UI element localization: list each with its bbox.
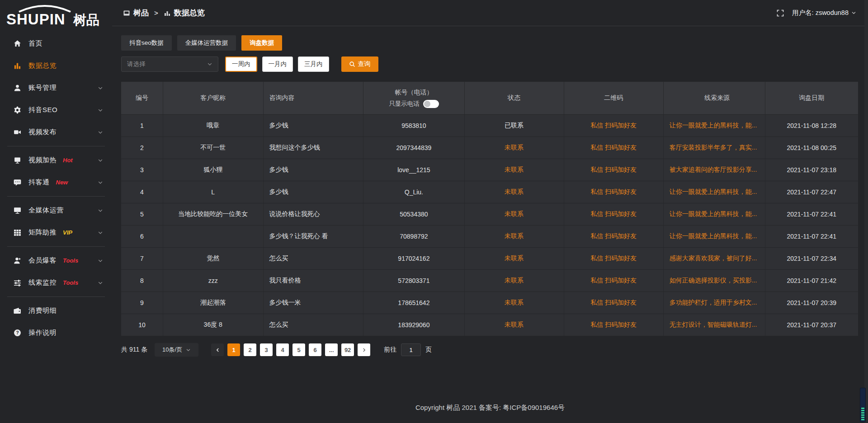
page-button-3[interactable]: 3 [260, 343, 273, 356]
sidebar-item-label: 操作说明 [28, 329, 57, 337]
cell-source[interactable]: 如何正确选择投影仪，买投影... [664, 270, 765, 291]
cell-qrcode[interactable]: 私信 扫码加好友 [564, 159, 664, 181]
sidebar-item-3[interactable]: 账号管理 [0, 77, 112, 99]
cell-status-text: 未联系 [505, 210, 524, 218]
cell-source[interactable]: 让你一眼就爱上的黑科技，能... [664, 115, 765, 136]
cell-qrcode[interactable]: 私信 扫码加好友 [564, 248, 664, 269]
page-scrollbar[interactable] [864, 0, 868, 423]
goto-prefix-label: 前往 [384, 346, 396, 354]
sidebar-item-1[interactable]: 首页 [0, 33, 112, 55]
username-label: 用户名: zswodun88 [792, 9, 849, 17]
sidebar-item-badge: Hot [63, 157, 73, 164]
sidebar-item-8[interactable]: 全媒体运营 [0, 199, 112, 221]
cell-source[interactable]: 多功能护栏灯，适用于乡村文... [664, 292, 765, 314]
page-number-label: ... [329, 347, 334, 353]
cell-qrcode-text: 私信 扫码加好友 [590, 122, 637, 130]
cell-qrcode[interactable]: 私信 扫码加好友 [564, 292, 664, 314]
pagination-total: 共 911 条 [121, 346, 147, 354]
cell-source-text: 无主灯设计，智能磁吸轨道灯... [670, 321, 757, 329]
cell-id-text: 5 [140, 211, 144, 218]
cell-status-text: 未联系 [505, 166, 524, 174]
cell-source-text: 客厅安装投影半年多了，真实... [670, 144, 757, 152]
cell-qrcode[interactable]: 私信 扫码加好友 [564, 137, 664, 159]
cell-source[interactable]: 客厅安装投影半年多了，真实... [664, 137, 765, 159]
cell-id: 4 [121, 181, 163, 203]
cell-source[interactable]: 让你一眼就爱上的黑科技，能... [664, 181, 765, 203]
date-range-button-2[interactable]: 一月内 [262, 56, 293, 72]
cell-qrcode[interactable]: 私信 扫码加好友 [564, 203, 664, 225]
page-size-select[interactable]: 10条/页 [155, 343, 198, 357]
cell-id: 8 [121, 270, 163, 291]
cell-content: 多少钱？让我死心 看 [264, 226, 364, 247]
page-button-6[interactable]: 6 [309, 343, 321, 356]
sidebar-item-13[interactable]: ?操作说明 [0, 322, 112, 344]
fullscreen-icon[interactable] [777, 9, 784, 17]
user-menu[interactable]: 用户名: zswodun88 [792, 9, 856, 17]
sidebar-item-label: 矩阵助推 [28, 228, 57, 237]
page-button-1[interactable]: 1 [227, 343, 240, 356]
cell-account-text: Q_Liu. [405, 188, 423, 196]
query-button[interactable]: 查询 [341, 56, 378, 72]
tab-2[interactable]: 全媒体运营数据 [177, 35, 236, 51]
app-root: SHUPIN 树品 首页数据总览账号管理抖音SEO视频发布视频加热Hot抖客通N… [0, 0, 868, 423]
page-button-92[interactable]: 92 [341, 343, 354, 356]
tab-1[interactable]: 抖音seo数据 [121, 35, 172, 51]
cell-source[interactable]: 让你一眼就爱上的黑科技，能... [664, 226, 765, 247]
sidebar-item-badge: Tools [63, 279, 78, 286]
cell-id-text: 6 [140, 233, 144, 240]
tab-3[interactable]: 询盘数据 [241, 35, 282, 51]
cell-status-text: 未联系 [505, 277, 524, 285]
page-number-label: 92 [344, 347, 351, 353]
cell-qrcode[interactable]: 私信 扫码加好友 [564, 314, 664, 336]
page-button-5[interactable]: 5 [292, 343, 305, 356]
prev-page-button[interactable] [211, 343, 224, 356]
cell-source[interactable]: 感谢大家喜欢我家，被问了好... [664, 248, 765, 269]
cell-account-text: 9583810 [401, 122, 426, 129]
date-range-label: 三月内 [304, 60, 323, 68]
date-range-button-1[interactable]: 一周内 [225, 56, 257, 72]
phone-only-toggle[interactable] [423, 100, 439, 108]
filter-bar: 请选择 一周内一月内三月内 查询 [121, 56, 858, 72]
page-button-4[interactable]: 4 [276, 343, 289, 356]
sidebar-item-6[interactable]: 视频加热Hot [0, 149, 112, 171]
cell-source[interactable]: 让你一眼就爱上的黑科技，能... [664, 203, 765, 225]
user-icon [14, 84, 21, 92]
cell-source[interactable]: 无主灯设计，智能磁吸轨道灯... [664, 314, 765, 336]
cell-qrcode[interactable]: 私信 扫码加好友 [564, 270, 664, 291]
cell-status-text: 未联系 [505, 232, 524, 240]
cell-qrcode[interactable]: 私信 扫码加好友 [564, 226, 664, 247]
sidebar-item-5[interactable]: 视频发布 [0, 121, 112, 143]
sidebar-item-12[interactable]: 消费明细 [0, 300, 112, 322]
sidebar-item-11[interactable]: 线索监控Tools [0, 272, 112, 294]
goto-page-input[interactable] [401, 343, 421, 356]
cell-source[interactable]: 被大家追着问的客厅投影分享... [664, 159, 765, 181]
sidebar-item-4[interactable]: 抖音SEO [0, 99, 112, 121]
column-header-1: 客户昵称 [163, 82, 264, 114]
cell-date-text: 2021-11-07 22:47 [787, 188, 837, 196]
cell-status: 未联系 [465, 203, 564, 225]
next-page-button[interactable] [358, 343, 370, 356]
date-range-label: 一周内 [232, 60, 250, 68]
cell-date: 2021-11-07 22:41 [765, 226, 858, 247]
sidebar-item-7[interactable]: 抖客通New [0, 171, 112, 193]
page-list: 123456...92 [211, 343, 370, 356]
table-row-6: 6多少钱？让我死心 看70898792未联系私信 扫码加好友让你一眼就爱上的黑科… [121, 225, 858, 247]
page-button-2[interactable]: 2 [244, 343, 256, 356]
cell-qrcode-text: 私信 扫码加好友 [590, 232, 637, 240]
page-ellipsis[interactable]: ... [325, 343, 338, 356]
sidebar-item-2[interactable]: 数据总览 [0, 55, 112, 77]
date-range-button-3[interactable]: 三月内 [298, 56, 329, 72]
filter-select[interactable]: 请选择 [121, 56, 218, 72]
topbar-right: 用户名: zswodun88 [777, 9, 856, 17]
column-header-0: 编号 [121, 82, 163, 114]
cell-status: 未联系 [465, 270, 564, 291]
sidebar-item-10[interactable]: 会员爆客Tools [0, 249, 112, 272]
cell-qrcode[interactable]: 私信 扫码加好友 [564, 181, 664, 203]
bar-chart-icon [164, 9, 171, 17]
chevron-down-icon [98, 280, 103, 286]
cell-qrcode-text: 私信 扫码加好友 [590, 144, 637, 152]
breadcrumb-home[interactable]: 树品 [133, 8, 149, 18]
cell-content: 说说价格让我死心 [264, 203, 364, 225]
sidebar-item-9[interactable]: 矩阵助推VIP [0, 221, 112, 244]
cell-qrcode[interactable]: 私信 扫码加好友 [564, 115, 664, 136]
